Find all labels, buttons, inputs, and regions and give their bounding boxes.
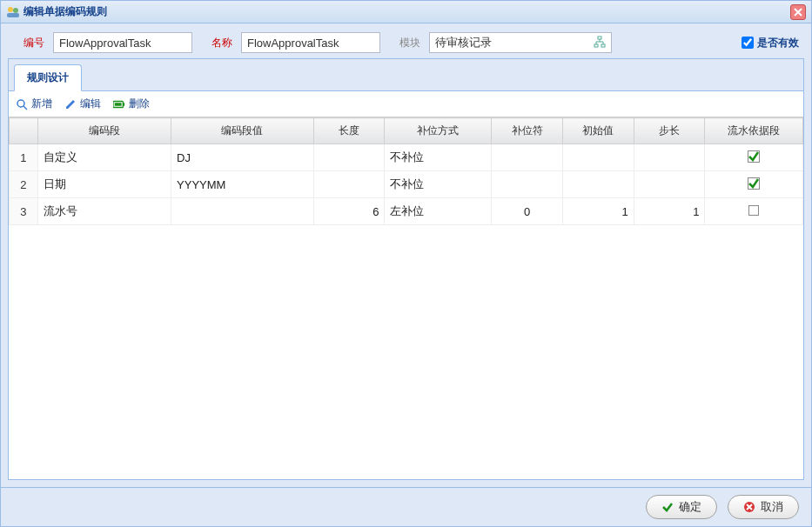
cell-step[interactable]	[634, 171, 705, 198]
rules-grid: 编码段 编码段值 长度 补位方式 补位符 初始值 步长 流水依据段 1自定义DJ…	[9, 117, 803, 479]
enabled-label: 是否有效	[757, 36, 799, 50]
cell-rownum: 1	[10, 144, 38, 171]
cell-serial-by[interactable]	[705, 171, 803, 198]
col-length[interactable]: 长度	[313, 118, 385, 144]
col-segment[interactable]: 编码段	[37, 118, 171, 144]
title-bar: 编辑单据编码规则	[1, 1, 811, 23]
svg-rect-9	[115, 103, 122, 106]
col-serial-by[interactable]: 流水依据段	[705, 118, 803, 144]
enabled-checkbox[interactable]: 是否有效	[742, 36, 799, 50]
cell-padding-mode[interactable]: 不补位	[385, 144, 492, 171]
cell-segment-value[interactable]: DJ	[171, 144, 314, 171]
svg-rect-10	[123, 103, 124, 106]
module-picker[interactable]: 待审核记录	[429, 32, 612, 53]
table-row[interactable]: 1自定义DJ不补位	[10, 144, 803, 171]
cell-initial-value[interactable]: 1	[562, 198, 634, 225]
svg-rect-3	[598, 37, 601, 39]
tab-rule-design[interactable]: 规则设计	[14, 64, 82, 91]
svg-rect-5	[601, 44, 605, 47]
cell-initial-value[interactable]	[562, 144, 634, 171]
edit-button[interactable]: 编辑	[64, 97, 101, 111]
table-row[interactable]: 3流水号6左补位011	[10, 198, 803, 225]
col-segment-value[interactable]: 编码段值	[171, 118, 314, 144]
cell-padding-mode[interactable]: 不补位	[385, 171, 492, 198]
users-icon	[6, 5, 20, 19]
cell-length[interactable]	[313, 171, 385, 198]
col-initial-value[interactable]: 初始值	[562, 118, 634, 144]
module-label: 模块	[389, 36, 420, 50]
svg-line-7	[23, 106, 27, 110]
body-panel: 规则设计 新增 编辑 删除	[8, 58, 804, 480]
battery-icon	[113, 98, 125, 110]
cell-serial-by[interactable]	[705, 198, 803, 225]
cell-step[interactable]: 1	[634, 198, 705, 225]
cell-step[interactable]	[634, 144, 705, 171]
cell-segment[interactable]: 自定义	[37, 144, 171, 171]
col-padding-mode[interactable]: 补位方式	[385, 118, 492, 144]
tabstrip: 规则设计	[9, 59, 803, 91]
footer-bar: 确定 取消	[1, 487, 811, 526]
module-value: 待审核记录	[435, 35, 492, 50]
svg-point-0	[8, 7, 13, 12]
cell-padding-mode[interactable]: 左补位	[385, 198, 492, 225]
check-icon	[661, 501, 674, 513]
cell-padding-char[interactable]	[492, 144, 563, 171]
close-button[interactable]	[790, 4, 806, 20]
cancel-button[interactable]: 取消	[728, 495, 799, 519]
id-label: 编号	[13, 36, 44, 50]
svg-rect-4	[594, 44, 598, 47]
table-row[interactable]: 2日期YYYYMM不补位	[10, 171, 803, 198]
header-row: 编码段 编码段值 长度 补位方式 补位符 初始值 步长 流水依据段	[10, 118, 803, 144]
cell-padding-char[interactable]: 0	[492, 198, 563, 225]
checkbox-checked-icon	[748, 152, 760, 165]
cell-segment[interactable]: 流水号	[37, 198, 171, 225]
cell-segment-value[interactable]	[171, 198, 314, 225]
cell-serial-by[interactable]	[705, 144, 803, 171]
edit-label: 编辑	[80, 97, 101, 111]
toolbar: 新增 编辑 删除	[9, 91, 803, 117]
cell-length[interactable]	[313, 144, 385, 171]
cell-padding-char[interactable]	[492, 171, 563, 198]
cell-initial-value[interactable]	[562, 171, 634, 198]
svg-rect-2	[7, 13, 19, 17]
ok-button[interactable]: 确定	[646, 495, 717, 519]
cell-segment-value[interactable]: YYYYMM	[171, 171, 314, 198]
id-input[interactable]	[53, 32, 192, 53]
enabled-checkbox-input[interactable]	[742, 37, 754, 49]
magnifier-icon	[16, 98, 28, 110]
col-step[interactable]: 步长	[634, 118, 705, 144]
dialog-window: 编辑单据编码规则 编号 名称 模块 待审核记录 是否有效 规则设计	[0, 0, 812, 527]
cell-rownum: 3	[10, 198, 38, 225]
col-rownum[interactable]	[10, 118, 38, 144]
add-label: 新增	[31, 97, 52, 111]
add-button[interactable]: 新增	[16, 97, 52, 111]
cell-segment[interactable]: 日期	[37, 171, 171, 198]
col-padding-char[interactable]: 补位符	[492, 118, 563, 144]
name-label: 名称	[201, 36, 232, 50]
window-title: 编辑单据编码规则	[23, 4, 107, 19]
cell-length[interactable]: 6	[313, 198, 385, 225]
cancel-icon	[743, 501, 755, 513]
svg-point-6	[17, 100, 24, 107]
delete-button[interactable]: 删除	[113, 97, 150, 111]
checkbox-unchecked-icon	[748, 205, 759, 216]
pencil-icon	[64, 98, 77, 110]
ok-label: 确定	[679, 499, 701, 515]
checkbox-checked-icon	[748, 179, 760, 192]
name-input[interactable]	[241, 32, 380, 53]
cell-rownum: 2	[10, 171, 38, 198]
form-row: 编号 名称 模块 待审核记录 是否有效	[1, 23, 811, 58]
tree-icon	[594, 36, 606, 50]
delete-label: 删除	[129, 97, 150, 111]
cancel-label: 取消	[761, 499, 783, 515]
svg-point-1	[13, 8, 18, 13]
